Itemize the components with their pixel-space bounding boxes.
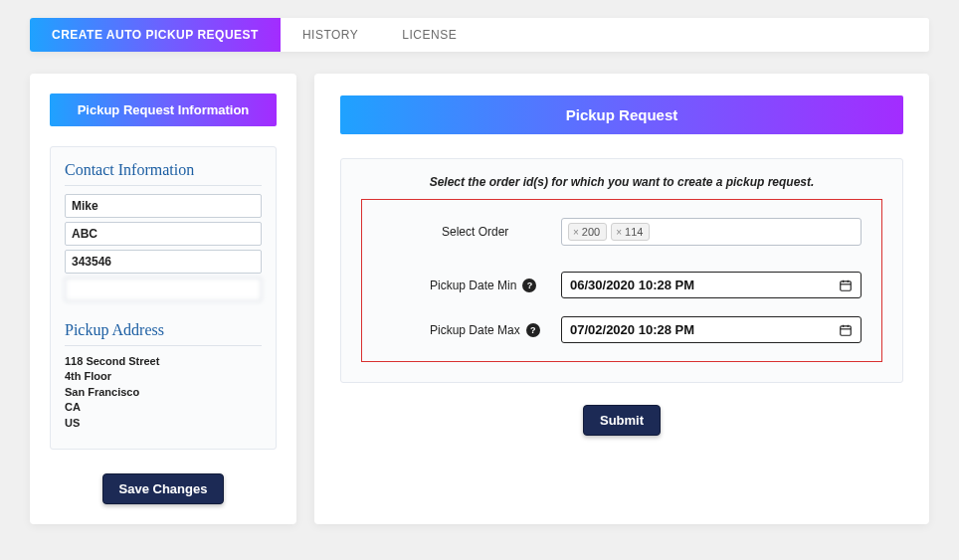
address-country: US: [65, 416, 262, 431]
pickup-date-max-input[interactable]: 07/02/2020 10:28 PM: [561, 316, 862, 343]
divider: [65, 345, 262, 346]
help-icon[interactable]: ?: [522, 279, 536, 292]
main-card: Pickup Request Select the order id(s) fo…: [314, 74, 929, 524]
tab-create-auto-pickup-request[interactable]: CREATE AUTO PICKUP REQUEST: [30, 18, 281, 52]
submit-button[interactable]: Submit: [583, 405, 661, 436]
main-banner: Pickup Request: [340, 95, 903, 134]
remove-tag-icon[interactable]: ×: [616, 227, 622, 238]
sidebar-card: Pickup Request Information Contact Infor…: [30, 74, 296, 524]
address-line2: 4th Floor: [65, 369, 262, 384]
order-tag[interactable]: ×200: [568, 223, 607, 241]
pickup-date-min-label: Pickup Date Min: [430, 279, 516, 292]
address-line1: 118 Second Street: [65, 354, 262, 369]
contact-info-title: Contact Information: [65, 161, 262, 179]
tab-history[interactable]: HISTORY: [281, 18, 380, 52]
divider: [65, 185, 262, 186]
order-tag[interactable]: ×114: [611, 223, 650, 241]
contact-panel: Contact Information Pickup Address 118 S…: [50, 146, 277, 450]
tab-license[interactable]: LICENSE: [380, 18, 479, 52]
contact-company-input[interactable]: [65, 222, 262, 246]
pickup-date-max-label: Pickup Date Max: [430, 323, 520, 337]
help-icon[interactable]: ?: [526, 323, 540, 337]
save-changes-button[interactable]: Save Changes: [102, 473, 225, 504]
calendar-icon[interactable]: [839, 323, 853, 337]
pickup-address-title: Pickup Address: [65, 321, 262, 339]
contact-phone-input[interactable]: [65, 250, 262, 274]
pickup-date-min-value: 06/30/2020 10:28 PM: [570, 278, 694, 292]
sidebar-banner: Pickup Request Information: [50, 93, 277, 126]
highlighted-form-area: Select Order ×200 ×114 Pickup Date Min ?: [361, 199, 882, 362]
remove-tag-icon[interactable]: ×: [573, 227, 579, 238]
svg-rect-0: [841, 280, 852, 289]
contact-name-input[interactable]: [65, 194, 262, 218]
svg-rect-4: [841, 325, 852, 334]
pickup-date-min-input[interactable]: 06/30/2020 10:28 PM: [561, 272, 862, 298]
calendar-icon[interactable]: [839, 279, 853, 292]
form-panel: Select the order id(s) for which you wan…: [340, 158, 903, 383]
pickup-date-max-value: 07/02/2020 10:28 PM: [570, 322, 694, 337]
address-city: San Francisco: [65, 385, 262, 400]
instruction-text: Select the order id(s) for which you wan…: [361, 175, 882, 189]
address-state: CA: [65, 400, 262, 415]
select-order-label: Select Order: [442, 225, 508, 239]
contact-hidden-input: [65, 278, 262, 301]
tab-bar: CREATE AUTO PICKUP REQUEST HISTORY LICEN…: [30, 18, 929, 52]
select-order-input[interactable]: ×200 ×114: [561, 218, 862, 246]
